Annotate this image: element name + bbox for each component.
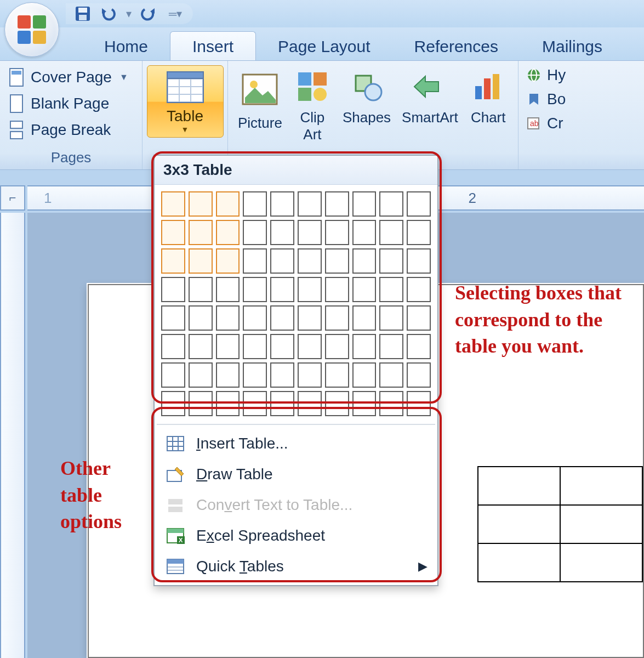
grid-cell[interactable] — [189, 220, 213, 245]
bookmark-button[interactable]: Bo — [524, 88, 568, 110]
grid-cell[interactable] — [352, 362, 377, 388]
grid-cell[interactable] — [325, 191, 349, 217]
tab-mailings[interactable]: Mailings — [520, 32, 624, 60]
redo-button[interactable] — [139, 4, 158, 23]
grid-cell[interactable] — [243, 305, 267, 331]
grid-cell[interactable] — [352, 305, 377, 331]
grid-cell[interactable] — [298, 334, 322, 359]
grid-cell[interactable] — [325, 248, 349, 274]
grid-cell[interactable] — [161, 191, 185, 217]
qat-customize-icon[interactable]: ═▾ — [169, 7, 182, 20]
page-break-button[interactable]: Page Break — [5, 117, 114, 143]
grid-cell[interactable] — [325, 220, 349, 245]
grid-cell[interactable] — [352, 248, 377, 274]
smartart-button[interactable]: SmartArt — [397, 64, 463, 126]
grid-cell[interactable] — [189, 191, 213, 217]
vertical-ruler[interactable] — [0, 213, 25, 658]
grid-cell[interactable] — [379, 362, 403, 388]
grid-cell[interactable] — [352, 220, 377, 245]
grid-cell[interactable] — [161, 248, 185, 274]
grid-cell[interactable] — [270, 191, 294, 217]
grid-cell[interactable] — [161, 220, 185, 245]
grid-cell[interactable] — [298, 362, 322, 388]
grid-cell[interactable] — [352, 334, 377, 359]
grid-cell[interactable] — [352, 277, 377, 302]
grid-cell[interactable] — [270, 220, 294, 245]
menu-draw-table[interactable]: Draw Table — [155, 459, 437, 490]
hyperlink-button[interactable]: Hy — [524, 64, 568, 86]
grid-cell[interactable] — [161, 305, 185, 331]
menu-excel-spreadsheet[interactable]: X Excel Spreadsheet — [155, 520, 437, 551]
grid-cell[interactable] — [216, 334, 240, 359]
grid-cell[interactable] — [407, 391, 431, 416]
grid-cell[interactable] — [379, 305, 403, 331]
grid-cell[interactable] — [189, 362, 213, 388]
grid-cell[interactable] — [379, 277, 403, 302]
chart-button[interactable]: Chart — [465, 64, 512, 126]
grid-cell[interactable] — [161, 362, 185, 388]
grid-cell[interactable] — [407, 191, 431, 217]
office-button[interactable] — [4, 2, 59, 57]
table-size-grid[interactable] — [155, 185, 437, 424]
grid-cell[interactable] — [216, 248, 240, 274]
grid-cell[interactable] — [298, 391, 322, 416]
grid-cell[interactable] — [379, 248, 403, 274]
grid-cell[interactable] — [298, 248, 322, 274]
grid-cell[interactable] — [298, 277, 322, 302]
grid-cell[interactable] — [216, 277, 240, 302]
table-button[interactable]: Table ▼ — [147, 65, 224, 138]
tab-home[interactable]: Home — [82, 32, 170, 60]
grid-cell[interactable] — [352, 191, 377, 217]
grid-cell[interactable] — [270, 277, 294, 302]
grid-cell[interactable] — [216, 391, 240, 416]
grid-cell[interactable] — [216, 191, 240, 217]
grid-cell[interactable] — [216, 220, 240, 245]
ruler-corner[interactable]: ⌐ — [0, 185, 25, 211]
grid-cell[interactable] — [407, 305, 431, 331]
grid-cell[interactable] — [161, 277, 185, 302]
save-button[interactable] — [73, 4, 92, 23]
tab-references[interactable]: References — [392, 32, 520, 60]
grid-cell[interactable] — [189, 277, 213, 302]
grid-cell[interactable] — [407, 362, 431, 388]
clip-art-button[interactable]: Clip Art — [289, 64, 336, 143]
grid-cell[interactable] — [379, 334, 403, 359]
grid-cell[interactable] — [270, 334, 294, 359]
cross-reference-button[interactable]: ab Cr — [524, 112, 566, 134]
grid-cell[interactable] — [243, 362, 267, 388]
grid-cell[interactable] — [352, 391, 377, 416]
grid-cell[interactable] — [325, 391, 349, 416]
grid-cell[interactable] — [270, 362, 294, 388]
tab-insert[interactable]: Insert — [170, 31, 256, 60]
grid-cell[interactable] — [407, 334, 431, 359]
grid-cell[interactable] — [325, 334, 349, 359]
grid-cell[interactable] — [270, 248, 294, 274]
grid-cell[interactable] — [325, 305, 349, 331]
shapes-button[interactable]: Shapes — [338, 64, 395, 126]
grid-cell[interactable] — [298, 191, 322, 217]
grid-cell[interactable] — [243, 391, 267, 416]
grid-cell[interactable] — [298, 305, 322, 331]
tab-page-layout[interactable]: Page Layout — [256, 32, 392, 60]
grid-cell[interactable] — [189, 248, 213, 274]
grid-cell[interactable] — [189, 334, 213, 359]
grid-cell[interactable] — [407, 277, 431, 302]
grid-cell[interactable] — [161, 391, 185, 416]
grid-cell[interactable] — [189, 305, 213, 331]
grid-cell[interactable] — [407, 248, 431, 274]
grid-cell[interactable] — [216, 305, 240, 331]
picture-button[interactable]: Picture — [233, 64, 287, 132]
grid-cell[interactable] — [270, 391, 294, 416]
grid-cell[interactable] — [407, 220, 431, 245]
grid-cell[interactable] — [325, 277, 349, 302]
grid-cell[interactable] — [298, 220, 322, 245]
cover-page-button[interactable]: Cover Page ▼ — [5, 64, 132, 90]
grid-cell[interactable] — [379, 191, 403, 217]
grid-cell[interactable] — [270, 305, 294, 331]
grid-cell[interactable] — [189, 391, 213, 416]
grid-cell[interactable] — [216, 362, 240, 388]
grid-cell[interactable] — [161, 334, 185, 359]
menu-insert-table[interactable]: Insert Table... — [155, 428, 437, 459]
blank-page-button[interactable]: Blank Page — [5, 90, 112, 117]
grid-cell[interactable] — [243, 191, 267, 217]
